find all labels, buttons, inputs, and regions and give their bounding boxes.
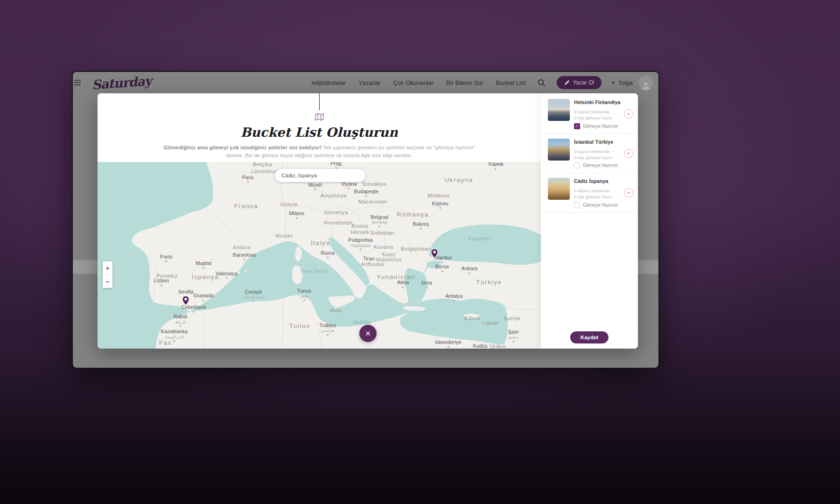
city-dot-icon — [426, 287, 428, 288]
ready-checkbox[interactable]: ✓Gitmeye Hazırım — [574, 123, 622, 129]
ready-checkbox[interactable]: Gitmeye Hazırım — [574, 162, 622, 168]
map-label: Malta — [329, 308, 342, 314]
map-labels: BelçikaLüksemburgPragХарківParisMünihViy… — [98, 162, 541, 349]
map-canvas[interactable]: BelçikaLüksemburgPragХарківParisMünihViy… — [98, 162, 541, 349]
ready-checkbox[interactable]: Gitmeye Hazırım — [574, 202, 622, 208]
city-dot-icon — [348, 188, 350, 189]
city-dot-icon — [378, 225, 380, 227]
cadiz-gibraltar-pin[interactable] — [182, 295, 190, 308]
map-label: Milano — [289, 210, 304, 219]
city-dot-icon — [165, 260, 167, 262]
city-dot-icon — [161, 284, 162, 286]
remove-city-button[interactable]: − — [624, 188, 633, 197]
map-label: Ankara — [462, 266, 478, 274]
close-modal-button[interactable]: ✕ — [359, 325, 377, 342]
map-label: Kuzey Makedonya — [376, 252, 401, 262]
city-dot-icon — [203, 299, 204, 301]
map-label: Yunanistan — [377, 274, 415, 281]
map-label: Cezayirمدينة الجزائر — [243, 289, 264, 302]
map-label: Prag — [330, 162, 341, 169]
city-dot-icon — [314, 189, 316, 190]
site-logo[interactable]: Saturday — [91, 74, 152, 91]
city-dot-icon — [402, 286, 404, 288]
avatar[interactable] — [638, 76, 653, 90]
city-dot-icon — [441, 261, 443, 263]
map-search-input[interactable]: Cádiz, İspanya — [275, 169, 365, 182]
city-dot-icon — [441, 270, 443, 272]
map-label: Porto — [160, 254, 172, 262]
city-stat-list-count: 0 kişinin listesinde. — [574, 188, 622, 194]
nav-link-1[interactable]: Yazarlar — [358, 79, 380, 86]
cadiz-cathedral-photo — [548, 178, 570, 200]
modal-description: Gitmediğiniz ama gitmeyi çok istediğiniz… — [161, 144, 478, 160]
chevron-down-icon: ▼ — [611, 80, 616, 85]
map-label: Kudüs — [473, 343, 487, 349]
user-name: Tolga — [618, 79, 633, 86]
map-label: Tunus — [289, 322, 310, 329]
modal-main: Bucket List Oluşturun Gitmediğiniz ama g… — [98, 93, 541, 349]
remove-city-button[interactable]: − — [624, 109, 633, 119]
ready-checkbox-label: Gitmeye Hazırım — [583, 203, 618, 208]
city-dot-icon — [327, 257, 329, 259]
map-label: Paris — [242, 175, 254, 183]
search-icon[interactable] — [538, 79, 546, 87]
map-label: Kosova — [374, 244, 393, 250]
city-dot-icon — [296, 217, 298, 219]
nav-link-3[interactable]: Bir Bilene Sor — [446, 79, 483, 86]
nav-link-4[interactable]: Bucket List — [496, 79, 526, 86]
city-title: İstanbul Türkiye — [574, 139, 622, 145]
map-label: Madrid — [196, 260, 211, 269]
city-title: Helsinki Finlandiya — [574, 99, 622, 105]
map-label: Münih — [308, 182, 322, 190]
bucket-list-modal: Bucket List Oluşturun Gitmediğiniz ama g… — [98, 93, 638, 349]
write-button[interactable]: Yazar Ol — [557, 76, 602, 89]
city-stat-list-count: 0 kişinin listesinde. — [574, 109, 622, 115]
description-bold: Gitmediğiniz ama gitmeyi çok istediğiniz… — [163, 145, 322, 150]
map-label: İtalya — [311, 239, 330, 246]
map-label: Portekiz — [156, 273, 178, 279]
zoom-out-button[interactable]: − — [103, 275, 112, 288]
map-label: Barselona — [233, 252, 256, 260]
map-label: Antalya — [445, 293, 462, 301]
nav-link-2[interactable]: Çok Okunanlar — [393, 79, 434, 86]
ready-checkbox-label: Gitmeye Hazırım — [583, 163, 618, 168]
bucket-list-item: Cádiz İspanya0 kişinin listesinde.0 kişi… — [541, 173, 638, 213]
map-label: Slovakya — [362, 181, 386, 187]
checkbox-checked-icon[interactable]: ✓ — [574, 123, 580, 129]
map-label: Belçika — [253, 162, 272, 168]
map-label: Kişinev — [432, 201, 448, 209]
checkbox-unchecked-icon[interactable] — [574, 162, 580, 168]
nav-links: #dijitalrotalarYazarlarÇok OkunanlarBir … — [311, 79, 525, 86]
city-dot-icon — [247, 181, 249, 183]
map-label: Macaristan — [358, 199, 387, 205]
map-label: PodgoritsaПодгорица — [348, 237, 373, 251]
map-label: Hırvatistan — [324, 220, 353, 226]
helsinki-harbor-photo — [548, 99, 570, 121]
city-dot-icon — [447, 346, 449, 348]
city-dot-icon — [225, 277, 227, 279]
bucket-list-item: İstanbul Türkiye0 kişinin listesinde.0 k… — [541, 134, 638, 174]
save-button[interactable]: Kaydet — [570, 331, 609, 343]
map-label: Tiren Denizi — [300, 269, 328, 274]
map-label: Suriye — [504, 315, 520, 322]
map-label: BelgradБеоград — [371, 214, 388, 228]
map-label: Sırbistan — [370, 230, 394, 236]
city-dot-icon — [420, 228, 422, 230]
map-label: Tunusتونس — [297, 288, 311, 301]
map-label: Atina — [397, 280, 409, 288]
checkbox-unchecked-icon[interactable] — [574, 202, 580, 208]
city-dot-icon — [203, 267, 204, 269]
city-dot-icon — [453, 300, 455, 301]
nav-link-0[interactable]: #dijitalrotalar — [311, 79, 346, 86]
map-label: Харків — [488, 162, 504, 169]
remove-city-button[interactable]: − — [624, 149, 633, 158]
map-label: Valensiya — [216, 271, 238, 279]
istanbul-pin[interactable] — [431, 248, 439, 261]
user-menu[interactable]: ▼ Tolga — [611, 79, 633, 86]
pencil-icon — [564, 80, 569, 85]
bucket-list-item: Helsinki Finlandiya0 kişinin listesinde.… — [541, 94, 638, 134]
map-label: Roma — [321, 250, 334, 259]
zoom-in-button[interactable]: + — [103, 261, 112, 275]
ready-checkbox-label: Gitmeye Hazırım — [583, 124, 618, 129]
hamburger-menu-icon[interactable] — [74, 80, 81, 85]
